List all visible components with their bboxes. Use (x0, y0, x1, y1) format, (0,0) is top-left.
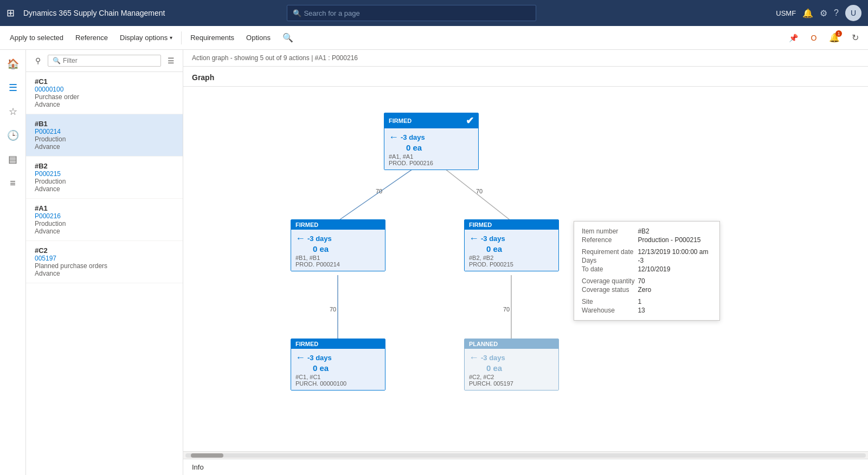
sidebar: ⚲ 🔍 ☰ #C1 00000100 Purchase order Advanc… (26, 50, 183, 475)
graph-canvas: 70 70 70 70 FIRMED ✔ ← -3 days (183, 87, 868, 447)
command-bar-right: 📌 O 🔔 1 ↻ (785, 29, 864, 47)
sidebar-item-c1[interactable]: #C1 00000100 Purchase order Advance (26, 72, 183, 114)
item-id: #C1 (35, 77, 175, 86)
scrollbar-track (185, 453, 866, 458)
sidebar-menu-icon[interactable]: ☰ (163, 53, 178, 68)
separator (181, 31, 182, 44)
info-bar: Info (183, 459, 868, 475)
popup-cov-status-label: Coverage status (582, 285, 638, 294)
refresh-icon[interactable]: ↻ (846, 29, 864, 47)
item-type: Production (35, 135, 175, 143)
item-code[interactable]: 005197 (35, 255, 175, 262)
popup-days: -3 (638, 256, 711, 265)
node-header-c2: PLANNED (465, 339, 558, 349)
info-label: Info (192, 463, 204, 471)
list2-icon[interactable]: ≡ (3, 173, 23, 193)
popup-days-label: Days (582, 256, 638, 265)
node-body-b2: ← -3 days 0 ea #B2, #B2 PROD. P000215 (465, 230, 558, 271)
options-button[interactable]: Options (241, 30, 276, 45)
notification-icon[interactable]: 🔔 (802, 8, 813, 18)
sidebar-item-b2[interactable]: #B2 P000215 Production Advance (26, 157, 183, 199)
popup-req-date-label: Requirement date (582, 248, 638, 256)
graph-title: Graph (183, 67, 868, 87)
app-title: Dynamics 365 Supply Chain Management (23, 9, 165, 17)
sidebar-item-a1[interactable]: #A1 P000216 Production Advance (26, 199, 183, 241)
popup-reference-label: Reference (582, 236, 638, 244)
item-code[interactable]: P000215 (35, 170, 175, 178)
item-type: Production (35, 220, 175, 227)
chevron-down-icon: ▾ (170, 35, 172, 41)
sidebar-item-c2[interactable]: #C2 005197 Planned purchase orders Advan… (26, 241, 183, 283)
popup-table: Item number #B2 Reference Production - P… (582, 227, 712, 315)
search-icon: 🔍 (293, 9, 301, 17)
node-b2[interactable]: FIRMED ← -3 days 0 ea #B2, #B2 PROD. P00… (464, 219, 559, 271)
svg-text:70: 70 (330, 306, 336, 313)
home-icon[interactable]: 🏠 (3, 54, 23, 74)
item-code[interactable]: P000214 (35, 128, 175, 135)
main-layout: 🏠 ☰ ☆ 🕒 ▤ ≡ ⚲ 🔍 ☰ #C1 00000100 Purchase … (0, 50, 868, 475)
filter-input-wrapper[interactable]: 🔍 (48, 55, 161, 67)
waffle-icon[interactable]: ⊞ (7, 7, 15, 19)
info-popup: Item number #B2 Reference Production - P… (574, 221, 720, 321)
svg-text:70: 70 (503, 306, 510, 313)
content-header: Action graph - showing 5 out of 9 action… (183, 50, 868, 67)
reference-button[interactable]: Reference (70, 30, 113, 45)
office-icon[interactable]: O (805, 29, 822, 47)
filter-input[interactable] (63, 57, 156, 64)
popup-cov-qty-label: Coverage quantity (582, 277, 638, 285)
item-code[interactable]: 00000100 (35, 86, 175, 93)
popup-cov-qty: 70 (638, 277, 711, 285)
item-type: Production (35, 178, 175, 185)
node-header-b2: FIRMED (465, 220, 558, 230)
popup-item-number-label: Item number (582, 227, 638, 236)
pin-icon[interactable]: 📌 (785, 29, 802, 47)
sidebar-filter-icon[interactable]: ⚲ (30, 53, 46, 68)
popup-to-date: 12/10/2019 (638, 265, 711, 274)
popup-site: 1 (638, 297, 711, 306)
scrollbar-thumb[interactable] (191, 453, 223, 458)
search-input[interactable] (304, 9, 530, 17)
checkmark-icon: ✔ (466, 115, 474, 127)
node-body-a1: ← -3 days 0 ea #A1, #A1 PROD. P000216 (384, 128, 478, 170)
svg-text:70: 70 (376, 188, 382, 194)
item-tag: Advance (35, 185, 175, 193)
node-b1[interactable]: FIRMED ← -3 days 0 ea #B1, #B1 PROD. P00… (291, 219, 385, 271)
settings-icon[interactable]: ⚙ (820, 8, 827, 18)
graph-area: Graph 70 70 70 70 (183, 67, 868, 451)
requirements-button[interactable]: Requirements (185, 30, 240, 45)
item-id: #B1 (35, 120, 175, 128)
avatar-icon[interactable]: U (845, 5, 861, 21)
popup-site-label: Site (582, 297, 638, 306)
filter-icon[interactable]: ☰ (3, 78, 23, 97)
popup-to-date-label: To date (582, 265, 638, 274)
user-label: USMF (776, 9, 796, 17)
main-content: Action graph - showing 5 out of 9 action… (183, 50, 868, 475)
apply-to-selected-button[interactable]: Apply to selected (4, 30, 69, 45)
node-header-c1: FIRMED (291, 339, 385, 349)
search-cmd-button[interactable]: 🔍 (277, 29, 299, 46)
horizontal-scrollbar[interactable] (183, 451, 868, 459)
item-id: #A1 (35, 204, 175, 212)
node-a1[interactable]: FIRMED ✔ ← -3 days 0 ea #A1, #A1 PROD. P… (384, 113, 479, 170)
node-body-c1: ← -3 days 0 ea #C1, #C1 PURCH. 00000100 (291, 349, 385, 390)
recent-icon[interactable]: 🕒 (3, 126, 23, 145)
global-search-bar[interactable]: 🔍 (287, 5, 536, 21)
popup-item-number: #B2 (638, 227, 711, 236)
item-tag: Advance (35, 143, 175, 151)
command-bar: Apply to selected Reference Display opti… (0, 26, 868, 50)
item-code[interactable]: P000216 (35, 212, 175, 220)
sidebar-item-b1[interactable]: #B1 P000214 Production Advance (26, 114, 183, 157)
popup-reference: Production - P000215 (638, 236, 711, 244)
star-icon[interactable]: ☆ (3, 102, 23, 121)
node-c1[interactable]: FIRMED ← -3 days 0 ea #C1, #C1 PURCH. 00… (291, 339, 385, 391)
display-options-button[interactable]: Display options ▾ (114, 30, 178, 45)
popup-req-date: 12/13/2019 10:00:00 am (638, 248, 711, 256)
item-type: Planned purchase orders (35, 262, 175, 270)
list-icon[interactable]: ▤ (3, 149, 23, 169)
left-icon-panel: 🏠 ☰ ☆ 🕒 ▤ ≡ (0, 50, 26, 475)
help-icon[interactable]: ? (834, 8, 839, 18)
item-type: Purchase order (35, 93, 175, 101)
node-c2[interactable]: PLANNED ← -3 days 0 ea #C2, #C2 PURCH. 0… (464, 339, 559, 391)
notification-badge-icon[interactable]: 🔔 1 (826, 29, 843, 47)
sidebar-toolbar: ⚲ 🔍 ☰ (26, 50, 183, 72)
